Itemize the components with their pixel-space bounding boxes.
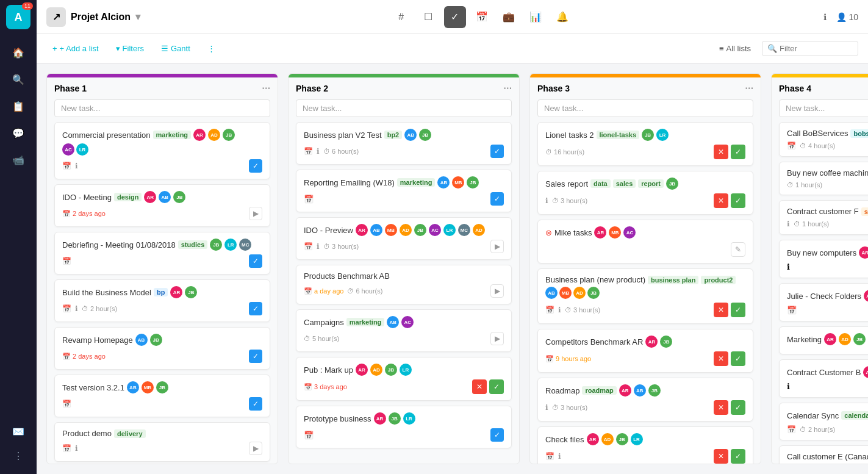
check-button[interactable]: ✓: [249, 397, 262, 411]
chevron-down-icon[interactable]: ▾: [135, 11, 140, 23]
calendar-icon: 📅: [62, 400, 71, 408]
approve-button[interactable]: ✓: [731, 449, 745, 464]
card-pub-markup: Pub : Mark up AR AD JB LR 📅 3 days ago ✕…: [296, 357, 512, 401]
phase1-new-task[interactable]: New task...: [54, 99, 270, 117]
phase2-menu-icon[interactable]: ⋯: [503, 84, 512, 93]
card-footer: 📅 ℹ ⏱ 6 hour(s) ✓: [304, 145, 504, 158]
card-time: ⏱ 6 hour(s): [323, 148, 359, 155]
card-title: Business plan (new product) business pla…: [545, 275, 745, 284]
reject-button[interactable]: ✕: [714, 193, 728, 208]
arrow-button[interactable]: ▶: [490, 284, 504, 298]
gantt-button[interactable]: ☰ Gantt: [155, 40, 196, 57]
card-date: 📅 3 days ago: [304, 383, 347, 391]
card-title: Contract Customer B AR JB A: [787, 366, 868, 378]
card-time: ⏱ 3 hour(s): [323, 243, 359, 250]
card-title: IDO - Preview AR AB MB AD JB AC LR MC AD: [304, 224, 504, 236]
more-options-button[interactable]: ⋮: [201, 40, 221, 57]
nav-bell-btn[interactable]: 🔔: [551, 6, 573, 28]
reject-button[interactable]: ✕: [714, 400, 728, 415]
card-footer: ℹ: [787, 382, 868, 391]
card-footer: ℹ ⏱ 3 hour(s) ✕ ✓: [545, 193, 745, 208]
reject-button[interactable]: ✕: [714, 145, 728, 159]
check-button[interactable]: ✓: [249, 159, 262, 173]
add-list-button[interactable]: + + Add a list: [46, 40, 105, 57]
card-time: ⏱ 5 hour(s): [304, 335, 339, 342]
check-button[interactable]: ✓: [249, 302, 262, 315]
approve-button[interactable]: ✓: [731, 303, 745, 317]
all-lists-button[interactable]: ≡ All lists: [713, 40, 757, 57]
approve-button[interactable]: ✓: [489, 379, 504, 394]
phase4-cards: Call BoBServices bobservices 📅 ⏱ 4 hour(…: [772, 122, 868, 464]
card-footer: 📅 ℹ ✕ ✓: [545, 449, 745, 464]
sidebar-item-search[interactable]: 🔍: [7, 68, 29, 90]
nav-tasks-btn[interactable]: ✓: [444, 6, 466, 28]
info-icon[interactable]: ℹ: [823, 12, 827, 22]
phase3-new-task[interactable]: New task...: [537, 99, 753, 117]
phase1-menu-icon[interactable]: ⋯: [262, 84, 270, 93]
tag-marketing: marketing: [346, 318, 385, 326]
edit-button[interactable]: ✎: [731, 242, 745, 257]
reject-button[interactable]: ✕: [714, 449, 728, 464]
nav-doc-btn[interactable]: ☐: [417, 6, 439, 28]
card-icons: 📅 ℹ: [62, 162, 78, 170]
check-button[interactable]: ✓: [249, 254, 262, 268]
reject-button[interactable]: ✕: [714, 303, 728, 317]
tag-delivery: delivery: [114, 429, 146, 438]
check-button[interactable]: ✓: [490, 192, 504, 206]
approve-button[interactable]: ✓: [731, 145, 745, 159]
sidebar-item-chat[interactable]: 💬: [7, 122, 29, 144]
card-footer: 📅 ⏱ 2 hour(s): [787, 425, 868, 434]
nav-hashtag-btn[interactable]: #: [390, 6, 412, 28]
card-contract-customer-f: Contract customer F signature ℹ ⏱ 1 hour…: [779, 200, 868, 235]
approve-button[interactable]: ✓: [731, 400, 745, 415]
approve-button[interactable]: ✓: [731, 351, 745, 366]
filter-icon: ▾: [116, 44, 120, 53]
arrow-button[interactable]: ▶: [249, 207, 262, 220]
info-icon: ℹ: [787, 382, 790, 391]
card-test-version: Test version 3.2.1 AB MB JB 📅 ✓: [54, 375, 270, 417]
card-footer: 📅 ℹ ▶: [62, 442, 262, 455]
arrow-button[interactable]: ▶: [490, 240, 504, 253]
card-icons: 📅 ℹ ⏱ 6 hour(s): [304, 147, 359, 156]
calendar-icon: 📅: [545, 306, 554, 314]
card-time: ⏱ 3 hour(s): [552, 404, 587, 411]
calendar-icon: 📅: [787, 425, 796, 434]
nav-briefcase-btn[interactable]: 💼: [498, 6, 520, 28]
reject-button[interactable]: ✕: [472, 379, 487, 394]
reject-button[interactable]: ✕: [714, 351, 728, 366]
sidebar-item-home[interactable]: 🏠: [7, 41, 29, 63]
phase2-new-task[interactable]: New task...: [296, 99, 512, 117]
nav-chart-btn[interactable]: 📊: [525, 6, 547, 28]
card-icons: 📅 ℹ: [62, 444, 78, 453]
avatar-jb: JB: [185, 286, 197, 298]
info-icon: ℹ: [558, 452, 561, 461]
approve-button[interactable]: ✓: [731, 193, 745, 208]
card-title: ⊗ Mike tasks AR MB AC: [545, 226, 745, 239]
sidebar-item-video[interactable]: 📹: [7, 149, 29, 171]
check-button[interactable]: ✓: [490, 428, 504, 442]
card-footer: ✎: [545, 242, 745, 257]
board: Phase 1 ⋯ New task... Commercial present…: [37, 63, 868, 474]
arrow-button[interactable]: ▶: [249, 442, 262, 455]
search-input[interactable]: [780, 44, 853, 53]
arrow-button[interactable]: ▶: [490, 332, 504, 345]
filters-button[interactable]: ▾ Filters: [110, 40, 150, 57]
phase4-new-task[interactable]: New task...: [779, 99, 868, 117]
nav-calendar-btn[interactable]: 📅: [471, 6, 493, 28]
card-ido-preview: IDO - Preview AR AB MB AD JB AC LR MC AD: [296, 217, 512, 260]
tag-roadmap: roadmap: [582, 386, 616, 395]
app-logo[interactable]: A 11: [6, 5, 30, 29]
card-footer: 📅 ℹ ⏱ 2 hour(s) ✓: [62, 302, 262, 315]
tag-calendar: calendar: [841, 411, 868, 420]
card-business-plan-new: Business plan (new product) business pla…: [537, 268, 753, 324]
sidebar-item-mail[interactable]: ✉️: [7, 420, 29, 442]
avatar-jb: JB: [210, 239, 222, 251]
avatar-lr: LR: [76, 143, 88, 156]
avatar-jb: JB: [419, 129, 431, 141]
phase3-menu-icon[interactable]: ⋯: [745, 84, 753, 93]
sidebar-item-more[interactable]: ⋮: [7, 445, 29, 467]
check-button[interactable]: ✓: [490, 145, 504, 158]
sidebar-item-docs[interactable]: 📋: [7, 95, 29, 117]
check-button[interactable]: ✓: [249, 350, 262, 363]
column-phase2: Phase 2 ⋯ New task... Business plan V2 T…: [288, 73, 520, 464]
